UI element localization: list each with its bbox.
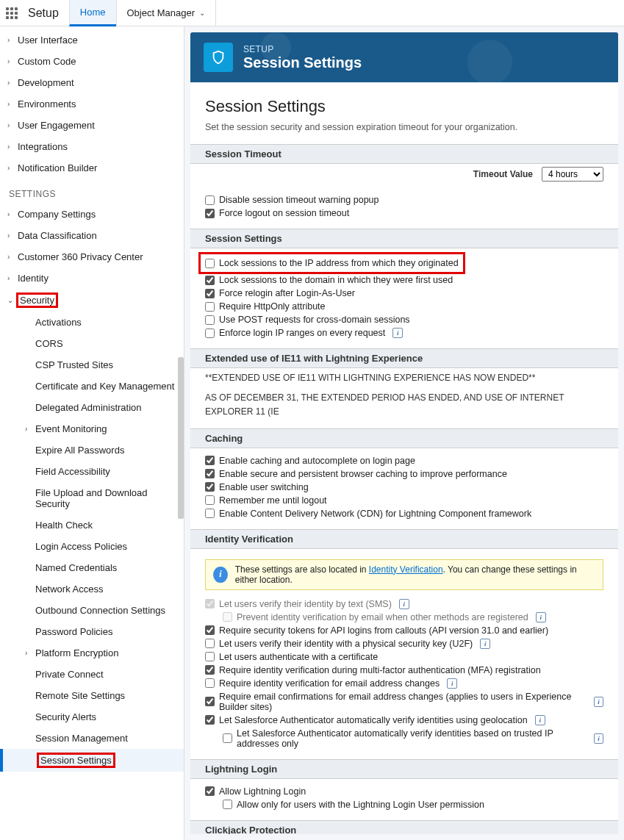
sidebar-item-label: User Interface: [18, 35, 178, 46]
sidebar-item[interactable]: ›Customer 360 Privacy Center: [0, 246, 184, 268]
info-icon[interactable]: i: [480, 639, 490, 649]
checkbox[interactable]: [205, 329, 215, 338]
checkbox-label: Let users verify their identity by text …: [219, 599, 392, 609]
checkbox[interactable]: [205, 276, 215, 285]
sidebar-item-label: Delegated Administration: [35, 402, 178, 413]
sidebar-item[interactable]: Field Accessibility: [0, 461, 184, 482]
checkbox[interactable]: [205, 625, 215, 635]
checkbox[interactable]: [205, 509, 215, 518]
section-header-caching: Caching: [190, 429, 618, 448]
checkbox-row: Allow only for users with the Lightning …: [205, 798, 603, 811]
info-icon[interactable]: i: [536, 612, 546, 622]
checkbox-row: Allow Lightning Login: [205, 785, 603, 798]
checkbox-label: Allow only for users with the Lightning …: [237, 800, 484, 810]
sidebar-item[interactable]: Network Access: [0, 578, 184, 600]
sidebar-item[interactable]: ›Environments: [0, 93, 184, 115]
sidebar-item[interactable]: Certificate and Key Management: [0, 376, 184, 397]
sidebar-item[interactable]: Activations: [0, 312, 184, 333]
checkbox[interactable]: [205, 482, 215, 492]
checkbox[interactable]: [205, 209, 215, 218]
sidebar-item-label: Session Settings: [38, 754, 178, 767]
page-subtitle: Set the session security and session exp…: [190, 122, 618, 144]
sidebar-item[interactable]: CORS: [0, 333, 184, 354]
sidebar-item[interactable]: ›User Engagement: [0, 115, 184, 136]
checkbox[interactable]: [205, 456, 215, 465]
ie11-note-2: AS OF DECEMBER 31, THE EXTENDED PERIOD H…: [190, 388, 618, 428]
sidebar-item[interactable]: Delegated Administration: [0, 397, 184, 418]
sidebar-item[interactable]: ›Company Settings: [0, 204, 184, 225]
checkbox[interactable]: [205, 469, 215, 478]
sidebar-item-label: Development: [18, 77, 178, 88]
checkbox[interactable]: [205, 639, 215, 648]
info-icon[interactable]: i: [594, 733, 603, 744]
sidebar-item[interactable]: ›User Interface: [0, 29, 184, 51]
checkbox-row: Let users authenticate with a certificat…: [205, 650, 603, 664]
sidebar-item[interactable]: Outbound Connection Settings: [0, 600, 184, 621]
sidebar-item-label: Custom Code: [18, 56, 178, 67]
sidebar-item-security[interactable]: ⌄ Security: [0, 289, 184, 312]
sidebar-item[interactable]: Remote Site Settings: [0, 685, 184, 706]
sidebar-item[interactable]: CSP Trusted Sites: [0, 354, 184, 376]
sidebar-item-label: Platform Encryption: [35, 647, 178, 658]
sidebar-item-label: Environments: [18, 98, 178, 110]
info-icon[interactable]: i: [594, 697, 603, 707]
checkbox[interactable]: [205, 715, 215, 725]
scrollbar-thumb[interactable]: [178, 357, 184, 519]
identity-verification-link[interactable]: Identity Verification: [369, 564, 443, 575]
checkbox-row: Let users verify their identity by text …: [205, 597, 603, 611]
info-icon[interactable]: i: [392, 328, 403, 338]
sidebar-item-label: Named Credentials: [35, 562, 178, 573]
chevron-right-icon: ›: [7, 79, 18, 87]
checkbox-label: Require identity verification for email …: [219, 678, 440, 689]
checkbox[interactable]: [223, 733, 232, 743]
checkbox[interactable]: [205, 289, 215, 298]
sidebar-item[interactable]: Session Management: [0, 728, 184, 749]
checkbox[interactable]: [223, 800, 232, 809]
checkbox[interactable]: [205, 678, 215, 688]
checkbox[interactable]: [205, 302, 215, 312]
sidebar-item[interactable]: Named Credentials: [0, 557, 184, 578]
sidebar-item-label: Certificate and Key Management: [35, 381, 178, 392]
checkbox-row: Let Salesforce Authenticator automatical…: [205, 727, 603, 750]
sidebar-item[interactable]: ›Platform Encryption: [0, 642, 184, 664]
sidebar-item[interactable]: Security Alerts: [0, 706, 184, 728]
sidebar-item[interactable]: Expire All Passwords: [0, 439, 184, 461]
sidebar-item[interactable]: Password Policies: [0, 621, 184, 642]
app-launcher-icon[interactable]: [0, 0, 24, 26]
sidebar-item[interactable]: ›Integrations: [0, 136, 184, 157]
checkbox[interactable]: [205, 195, 215, 205]
sidebar-item[interactable]: Session Settings: [0, 749, 184, 772]
info-icon[interactable]: i: [535, 715, 545, 725]
sidebar-item[interactable]: ›Data Classification: [0, 225, 184, 246]
checkbox[interactable]: [205, 665, 215, 675]
sidebar-item[interactable]: Login Access Policies: [0, 536, 184, 557]
sidebar-item[interactable]: Private Connect: [0, 664, 184, 685]
checkbox[interactable]: [205, 786, 215, 796]
info-icon: i: [213, 567, 228, 583]
sidebar-item[interactable]: Health Check: [0, 514, 184, 536]
checkbox[interactable]: [205, 495, 215, 505]
section-header-clickjack: Clickjack Protection: [190, 821, 618, 834]
sidebar-item-label: Network Access: [35, 584, 178, 595]
checkbox[interactable]: [205, 315, 215, 325]
checkbox-label: Let Salesforce Authenticator automatical…: [237, 728, 587, 749]
sidebar-item[interactable]: ›Event Monitoring: [0, 418, 184, 439]
checkbox[interactable]: [205, 652, 215, 661]
sidebar-item[interactable]: ›Identity: [0, 268, 184, 289]
chevron-right-icon: ›: [7, 274, 18, 282]
chevron-right-icon: ›: [7, 210, 18, 218]
checkbox[interactable]: [205, 697, 215, 706]
info-icon[interactable]: i: [447, 678, 457, 689]
chevron-right-icon: ›: [25, 649, 35, 657]
tab-home[interactable]: Home: [69, 0, 116, 26]
sidebar-item[interactable]: File Upload and Download Security: [0, 482, 184, 514]
checkbox[interactable]: [205, 259, 215, 268]
tab-object-manager[interactable]: Object Manager ⌄: [116, 0, 217, 26]
checkbox: [223, 612, 232, 622]
sidebar-item[interactable]: ›Development: [0, 72, 184, 93]
sidebar-item[interactable]: ›Notification Builder: [0, 157, 184, 179]
timeout-select[interactable]: 4 hours: [542, 167, 603, 182]
sidebar-item[interactable]: ›Custom Code: [0, 51, 184, 72]
chevron-right-icon: ›: [7, 57, 18, 65]
info-icon[interactable]: i: [399, 599, 409, 609]
